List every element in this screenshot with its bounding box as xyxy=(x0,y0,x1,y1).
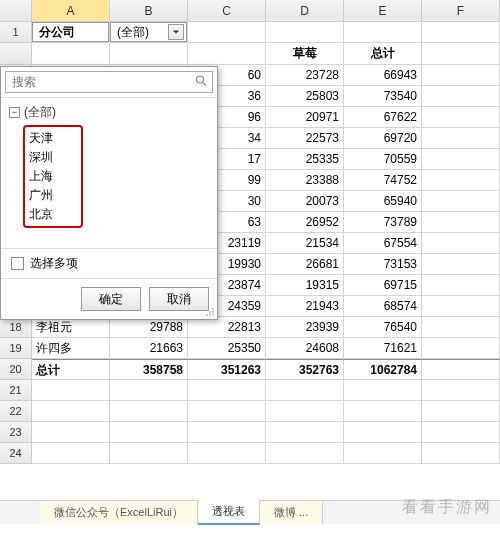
col-header-e[interactable]: E xyxy=(344,0,422,21)
cell-e[interactable]: 69715 xyxy=(344,275,422,296)
cell-d[interactable]: 20073 xyxy=(266,191,344,212)
row-header[interactable]: 21 xyxy=(0,380,32,401)
cell-e[interactable]: 76540 xyxy=(344,317,422,338)
cell-c-ph[interactable] xyxy=(188,43,266,65)
cancel-button[interactable]: 取消 xyxy=(149,287,209,311)
cell-a-ph[interactable] xyxy=(32,43,110,65)
cell-e[interactable]: 69720 xyxy=(344,128,422,149)
tree-item[interactable]: 北京 xyxy=(29,205,77,224)
cell-f[interactable] xyxy=(422,254,500,275)
row-header[interactable]: 22 xyxy=(0,401,32,422)
cell-d[interactable]: 24608 xyxy=(266,338,344,359)
cell-f[interactable] xyxy=(422,107,500,128)
cell-e[interactable]: 67554 xyxy=(344,233,422,254)
cell-f-ph[interactable] xyxy=(422,43,500,65)
tree-item[interactable]: 上海 xyxy=(29,167,77,186)
pivot-col-e[interactable]: 总计 xyxy=(344,43,422,65)
cell-b[interactable]: 29788 xyxy=(110,317,188,338)
search-input[interactable] xyxy=(5,71,213,93)
cell-d[interactable]: 25335 xyxy=(266,149,344,170)
cell-f[interactable] xyxy=(422,128,500,149)
cell-f[interactable] xyxy=(422,275,500,296)
cell-d[interactable]: 21943 xyxy=(266,296,344,317)
col-header-a[interactable]: A xyxy=(32,0,110,21)
cell-c1[interactable] xyxy=(188,22,266,43)
multi-select-row[interactable]: 选择多项 xyxy=(1,248,217,278)
sheet-tab-2[interactable]: 透视表 xyxy=(198,500,260,525)
sheet-tab-3[interactable]: 微博 ... xyxy=(260,501,323,524)
cell-d[interactable]: 25803 xyxy=(266,86,344,107)
total-label[interactable]: 总计 xyxy=(32,359,110,380)
cell-e[interactable]: 70559 xyxy=(344,149,422,170)
row-header[interactable]: 24 xyxy=(0,443,32,464)
empty-row: 22 xyxy=(0,401,500,422)
select-all-corner[interactable] xyxy=(0,0,32,21)
cell-f[interactable] xyxy=(422,191,500,212)
cell-d[interactable]: 21534 xyxy=(266,233,344,254)
cell-e[interactable]: 73153 xyxy=(344,254,422,275)
tree-all-item[interactable]: − (全部) xyxy=(9,104,209,121)
cell-b-ph[interactable] xyxy=(110,43,188,65)
cell-f[interactable] xyxy=(422,338,500,359)
cell-f[interactable] xyxy=(422,86,500,107)
cell-e[interactable]: 73540 xyxy=(344,86,422,107)
tree-item[interactable]: 天津 xyxy=(29,129,77,148)
cell-d[interactable]: 22573 xyxy=(266,128,344,149)
tree-item[interactable]: 广州 xyxy=(29,186,77,205)
col-header-b[interactable]: B xyxy=(110,0,188,21)
cell-d[interactable]: 26952 xyxy=(266,212,344,233)
cell-d[interactable]: 20971 xyxy=(266,107,344,128)
col-header-c[interactable]: C xyxy=(188,0,266,21)
cell-f1[interactable] xyxy=(422,22,500,43)
cell-f[interactable] xyxy=(422,65,500,86)
row-header-1[interactable]: 1 xyxy=(0,22,32,43)
cell-f[interactable] xyxy=(422,317,500,338)
cell-b[interactable]: 21663 xyxy=(110,338,188,359)
tree-item[interactable]: 深圳 xyxy=(29,148,77,167)
cell-f[interactable] xyxy=(422,212,500,233)
total-d[interactable]: 352763 xyxy=(266,359,344,380)
total-c[interactable]: 351263 xyxy=(188,359,266,380)
row-header-20[interactable]: 20 xyxy=(0,359,32,380)
resize-grip-icon[interactable] xyxy=(205,307,215,317)
ok-button[interactable]: 确定 xyxy=(81,287,141,311)
cell-e[interactable]: 68574 xyxy=(344,296,422,317)
filter-dropdown-button[interactable] xyxy=(168,24,184,40)
cell-d[interactable]: 19315 xyxy=(266,275,344,296)
filter-value[interactable]: (全部) xyxy=(110,22,187,42)
total-e[interactable]: 1062784 xyxy=(344,359,422,380)
cell-e[interactable]: 71621 xyxy=(344,338,422,359)
cell-name[interactable]: 李祖元 xyxy=(32,317,110,338)
row-header[interactable]: 23 xyxy=(0,422,32,443)
cell-e[interactable]: 66943 xyxy=(344,65,422,86)
row-header[interactable]: 19 xyxy=(0,338,32,359)
col-header-f[interactable]: F xyxy=(422,0,500,21)
collapse-icon[interactable]: − xyxy=(9,107,20,118)
cell-e[interactable]: 73789 xyxy=(344,212,422,233)
cell-d[interactable]: 26681 xyxy=(266,254,344,275)
cell-name[interactable]: 许四多 xyxy=(32,338,110,359)
cell-e1[interactable] xyxy=(344,22,422,43)
total-f[interactable] xyxy=(422,359,500,380)
cell-c[interactable]: 22813 xyxy=(188,317,266,338)
cell-e[interactable]: 65940 xyxy=(344,191,422,212)
cell-d[interactable]: 23728 xyxy=(266,65,344,86)
sheet-tab-1[interactable]: 微信公众号（ExcelLiRui） xyxy=(40,501,198,524)
pivot-col-d[interactable]: 草莓 xyxy=(266,43,344,65)
col-header-d[interactable]: D xyxy=(266,0,344,21)
cell-e[interactable]: 67622 xyxy=(344,107,422,128)
cell-d[interactable]: 23939 xyxy=(266,317,344,338)
cell-c[interactable]: 25350 xyxy=(188,338,266,359)
row-header-hidden[interactable] xyxy=(0,43,32,65)
cell-d[interactable]: 23388 xyxy=(266,170,344,191)
cell-f[interactable] xyxy=(422,149,500,170)
total-b[interactable]: 358758 xyxy=(110,359,188,380)
row-header[interactable]: 18 xyxy=(0,317,32,338)
cell-f[interactable] xyxy=(422,233,500,254)
multi-select-checkbox[interactable] xyxy=(11,257,24,270)
cell-f[interactable] xyxy=(422,296,500,317)
cell-d1[interactable] xyxy=(266,22,344,43)
cell-f[interactable] xyxy=(422,170,500,191)
filter-field[interactable]: 分公司 xyxy=(32,22,109,42)
cell-e[interactable]: 74752 xyxy=(344,170,422,191)
